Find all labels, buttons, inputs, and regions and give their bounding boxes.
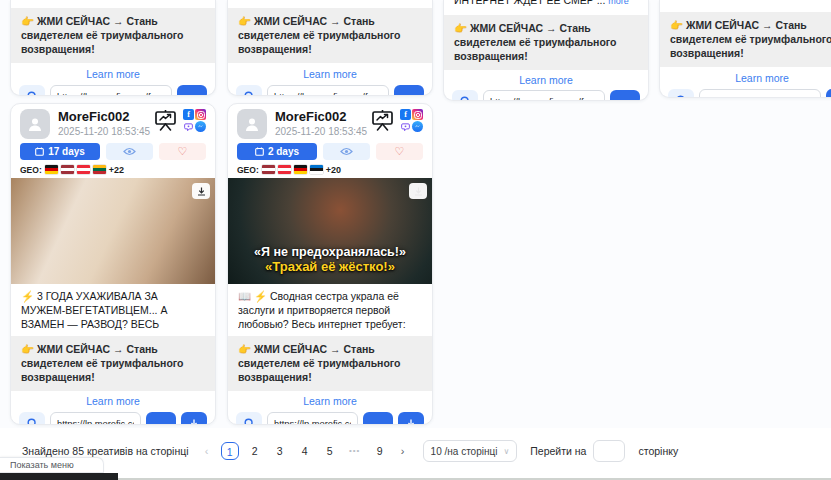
open-url-button[interactable]: → <box>363 412 393 425</box>
page-button-5[interactable]: 5 <box>321 442 339 460</box>
download-icon <box>189 419 199 425</box>
search-button[interactable] <box>236 412 262 425</box>
audience-network-icon <box>400 121 411 132</box>
download-image-button[interactable] <box>192 183 210 199</box>
facebook-icon: f <box>183 109 194 120</box>
download-icon <box>197 187 206 196</box>
search-icon <box>27 418 38 425</box>
avatar <box>237 109 267 139</box>
search-button[interactable] <box>236 85 262 96</box>
menu-edge-strip <box>0 473 118 480</box>
url-row: → <box>228 412 432 425</box>
page-button-1[interactable]: 1 <box>221 442 239 460</box>
instagram-icon <box>412 109 423 120</box>
presentation-chart-icon[interactable] <box>154 109 177 131</box>
learn-more-link[interactable]: Learn more <box>660 72 831 84</box>
geo-more-count[interactable]: +20 <box>326 165 341 175</box>
download-creative-button[interactable] <box>181 412 207 425</box>
open-url-button[interactable]: → <box>177 85 207 96</box>
search-icon <box>676 95 687 98</box>
download-creative-button[interactable] <box>398 412 424 425</box>
learn-more-link[interactable]: Learn more <box>11 395 215 407</box>
creative-date: 2025-11-20 18:53:45 <box>58 125 150 138</box>
cta-text: 👉 ЖМИ СЕЙЧАС → Стань свидетелем её триум… <box>11 336 215 391</box>
learn-more-link[interactable]: Learn more <box>228 68 432 80</box>
download-icon <box>406 419 416 425</box>
learn-more-link[interactable]: Learn more <box>444 74 648 86</box>
url-row: → <box>11 412 215 425</box>
url-row: → <box>11 85 215 96</box>
arrow-right-icon: → <box>619 95 631 101</box>
geo-flags <box>45 165 106 174</box>
cta-text: 👉 ЖМИ СЕЙЧАС → Стань свидетелем её триум… <box>660 12 831 67</box>
messenger-icon <box>412 121 423 132</box>
card-header: MoreFic002 2025-11-20 18:53:45 f <box>228 104 432 139</box>
instagram-icon <box>195 109 206 120</box>
open-url-button[interactable]: → <box>394 85 424 96</box>
learn-more-link[interactable]: Learn more <box>11 68 215 80</box>
search-button[interactable] <box>19 85 45 96</box>
days-active-button[interactable]: 17 days <box>20 143 100 160</box>
card-actions: 2 days ♡ <box>237 143 423 160</box>
prev-page-button[interactable]: ‹ <box>200 445 214 457</box>
download-image-button[interactable] <box>409 183 427 199</box>
geo-more-count[interactable]: +22 <box>109 165 124 175</box>
placements-icons: f <box>183 109 206 132</box>
favorite-button[interactable]: ♡ <box>159 143 206 160</box>
landing-url-input[interactable] <box>483 90 605 101</box>
more-link[interactable]: more <box>608 0 629 6</box>
cta-text: 👉 ЖМИ СЕЙЧАС → Стань свидетелем её триум… <box>228 336 432 391</box>
search-button[interactable] <box>19 412 45 425</box>
creative-image[interactable] <box>11 178 215 284</box>
goto-suffix: сторінку <box>638 445 678 457</box>
show-menu-button[interactable]: Показать меню <box>0 457 104 473</box>
card-actions: 17 days ♡ <box>20 143 206 160</box>
open-url-button[interactable]: → <box>146 412 176 425</box>
account-name: MoreFic002 <box>275 109 367 125</box>
page-button-9[interactable]: 9 <box>371 442 389 460</box>
arrow-right-icon: → <box>155 417 167 425</box>
views-button[interactable] <box>323 143 370 160</box>
landing-url-input[interactable] <box>267 412 358 425</box>
truncated-description: ИНТЕРНЕТ ЖДЁТ ЕЁ СМЕР ... more <box>454 0 638 9</box>
search-button[interactable] <box>668 89 694 98</box>
landing-url-input[interactable] <box>50 412 141 425</box>
card-header: MoreFic002 2025-11-20 18:53:45 f <box>11 104 215 139</box>
search-button[interactable] <box>452 90 478 101</box>
results-count-text: Знайдено 85 креативів на сторінці <box>22 445 189 457</box>
header-icons: f <box>154 109 206 132</box>
pages-ellipsis[interactable]: ••• <box>346 442 364 460</box>
flag-de-icon <box>45 165 58 174</box>
creative-date: 2025-11-20 18:53:45 <box>275 125 367 138</box>
next-page-button[interactable]: › <box>396 445 410 457</box>
page-button-2[interactable]: 2 <box>246 442 264 460</box>
account-info: MoreFic002 2025-11-20 18:53:45 <box>58 109 150 138</box>
flag-lt-icon <box>93 165 106 174</box>
per-page-select[interactable]: 10 /на сторінці ∨ <box>423 440 518 462</box>
landing-url-input[interactable] <box>267 85 389 96</box>
avatar <box>20 109 50 139</box>
goto-page-input[interactable] <box>593 440 625 462</box>
landing-url-input[interactable] <box>699 89 821 98</box>
person-icon <box>26 115 44 133</box>
creative-image[interactable]: «Я не предохранялась!» «Трахай её жёстко… <box>228 178 432 284</box>
geo-label: GEO: <box>237 165 259 175</box>
geo-row: GEO: +20 <box>237 165 423 174</box>
favorite-button[interactable]: ♡ <box>376 143 423 160</box>
image-overlay-text: «Я не предохранялась!» «Трахай её жёстко… <box>228 245 432 274</box>
search-icon <box>460 96 471 101</box>
arrow-right-icon: → <box>186 90 198 96</box>
landing-url-input[interactable] <box>50 85 172 96</box>
presentation-chart-icon[interactable] <box>371 109 394 131</box>
url-row: → <box>228 85 432 96</box>
open-url-button[interactable]: → <box>826 89 831 98</box>
open-url-button[interactable]: → <box>610 90 640 101</box>
views-button[interactable] <box>106 143 153 160</box>
arrow-right-icon: → <box>372 417 384 425</box>
days-active-button[interactable]: 2 days <box>237 143 317 160</box>
page-button-4[interactable]: 4 <box>296 442 314 460</box>
geo-label: GEO: <box>20 165 42 175</box>
ad-spy-dashboard: 👉 ЖМИ СЕЙЧАС → Стань свидетелем её триум… <box>0 0 831 480</box>
learn-more-link[interactable]: Learn more <box>228 395 432 407</box>
page-button-3[interactable]: 3 <box>271 442 289 460</box>
